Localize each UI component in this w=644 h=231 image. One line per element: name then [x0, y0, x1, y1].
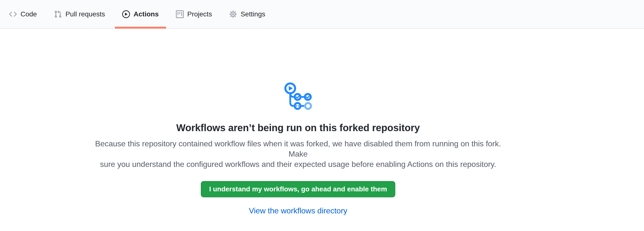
tab-projects-label: Projects [188, 0, 212, 28]
blankslate-description: Because this repository contained workfl… [90, 138, 506, 169]
gear-icon [229, 10, 237, 18]
tab-code[interactable]: Code [2, 0, 44, 28]
page-title: Workflows aren’t being run on this forke… [0, 122, 596, 134]
tab-pull-requests[interactable]: Pull requests [47, 0, 112, 28]
workflows-directory-link[interactable]: View the workflows directory [249, 206, 347, 215]
play-icon [122, 10, 130, 18]
project-icon [176, 10, 184, 18]
blankslate: Workflows aren’t being run on this forke… [0, 29, 596, 215]
tab-actions[interactable]: Actions [115, 0, 166, 28]
workflows-directory-link-row: View the workflows directory [0, 206, 596, 215]
tab-settings-label: Settings [241, 0, 265, 28]
tab-actions-label: Actions [134, 0, 159, 28]
tab-projects[interactable]: Projects [168, 0, 220, 28]
repo-nav: Code Pull requests Actions Projects [0, 0, 644, 29]
description-line-1: Because this repository contained workfl… [90, 138, 506, 159]
description-line-2: sure you understand the configured workf… [90, 159, 506, 169]
tab-pull-requests-label: Pull requests [66, 0, 105, 28]
git-pull-request-icon [54, 10, 62, 18]
workflow-illustration-icon [282, 82, 314, 112]
tab-settings[interactable]: Settings [222, 0, 273, 28]
code-icon [9, 10, 17, 18]
tab-code-label: Code [20, 0, 37, 28]
enable-workflows-button[interactable]: I understand my workflows, go ahead and … [201, 181, 395, 197]
